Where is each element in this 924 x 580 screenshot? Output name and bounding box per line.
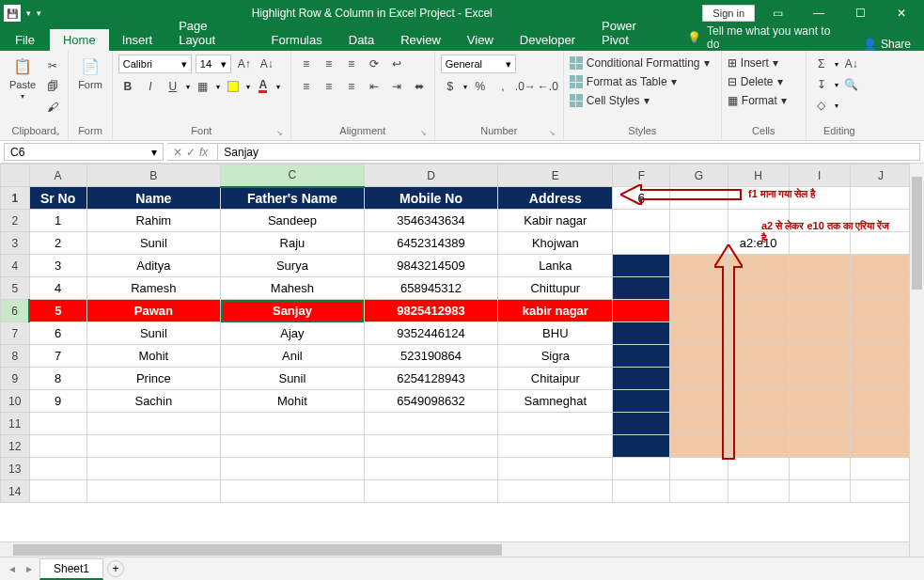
decrease-decimal-button[interactable]: ←.0 [539, 77, 557, 96]
comma-button[interactable]: , [493, 77, 512, 96]
tab-page-layout[interactable]: Page Layout [165, 15, 258, 51]
cell[interactable]: Sr No [29, 187, 86, 210]
cell[interactable]: Anil [221, 345, 365, 368]
row-header[interactable]: 1 [1, 187, 30, 210]
font-name-select[interactable]: Calibri▾ [118, 55, 192, 73]
cell[interactable]: 8 [29, 368, 86, 390]
cell[interactable]: Ramesh [86, 277, 221, 300]
cell[interactable]: Mohit [86, 345, 221, 368]
cell[interactable] [789, 390, 850, 413]
fx-icon[interactable]: fx [199, 146, 211, 159]
clear-button[interactable]: ◇ [812, 96, 831, 115]
format-painter-button[interactable]: 🖌 [43, 98, 62, 117]
minimize-button[interactable]: — [800, 1, 838, 25]
cell[interactable]: 6 [29, 322, 86, 345]
signin-button[interactable]: Sign in [702, 5, 755, 22]
cell[interactable] [789, 368, 850, 390]
row-header[interactable]: 7 [1, 322, 30, 345]
paste-button[interactable]: 📋 Paste ▾ [6, 53, 39, 102]
wrap-text-button[interactable]: ↩ [387, 55, 406, 73]
autosum-button[interactable]: Σ [812, 55, 831, 73]
decrease-font-button[interactable]: A↓ [258, 55, 276, 73]
cell[interactable]: Mohit [221, 390, 365, 413]
cell[interactable] [613, 300, 670, 322]
cell[interactable] [789, 255, 850, 277]
qat-caret-icon[interactable]: ▾ [26, 8, 31, 18]
cell[interactable]: Khojwan [498, 232, 613, 255]
fill-button[interactable]: ↧ [812, 75, 831, 94]
cell[interactable]: 9 [29, 390, 86, 413]
cell[interactable]: Sandeep [221, 210, 365, 232]
row-header[interactable]: 4 [1, 255, 30, 277]
cell[interactable]: BHU [498, 322, 613, 345]
cell[interactable]: Raju [221, 232, 365, 255]
save-icon[interactable]: 💾 [4, 5, 21, 22]
cell[interactable]: Ajay [221, 322, 365, 345]
cell[interactable]: 6254128943 [364, 368, 498, 390]
cell[interactable]: Surya [221, 255, 365, 277]
cell[interactable]: 6549098632 [364, 390, 498, 413]
tab-power-pivot[interactable]: Power Pivot [588, 15, 678, 51]
italic-button[interactable]: I [141, 77, 160, 96]
tab-file[interactable]: File [0, 29, 50, 51]
format-as-table-button[interactable]: Format as Table ▾ [570, 73, 710, 90]
cell[interactable] [613, 277, 670, 300]
add-sheet-button[interactable]: + [107, 560, 124, 577]
maximize-button[interactable]: ☐ [841, 1, 879, 25]
align-middle-button[interactable]: ≡ [320, 55, 338, 73]
format-cells-button[interactable]: ▦ Format ▾ [728, 92, 787, 109]
cell[interactable] [613, 368, 670, 390]
cell[interactable]: 4 [29, 277, 86, 300]
cell[interactable]: Father's Name [221, 187, 365, 210]
cut-button[interactable]: ✂ [43, 56, 62, 75]
fill-color-button[interactable] [224, 77, 243, 96]
tab-developer[interactable]: Developer [507, 29, 588, 51]
tell-me-input[interactable]: Tell me what you want to do [707, 24, 840, 51]
tab-home[interactable]: Home [50, 29, 109, 51]
col-header[interactable]: E [498, 165, 613, 187]
cell[interactable]: Rahim [86, 210, 221, 232]
tab-insert[interactable]: Insert [109, 29, 166, 51]
horizontal-scrollbar[interactable] [0, 541, 909, 556]
cell[interactable]: Aditya [86, 255, 221, 277]
close-button[interactable]: ✕ [883, 1, 920, 25]
cell[interactable]: Sunil [221, 368, 365, 390]
row-header[interactable]: 14 [1, 480, 30, 503]
percent-button[interactable]: % [471, 77, 490, 96]
decrease-indent-button[interactable]: ⇤ [365, 77, 384, 96]
sheet-tab[interactable]: Sheet1 [39, 558, 103, 580]
align-center-button[interactable]: ≡ [320, 77, 338, 96]
col-header[interactable]: J [850, 165, 911, 187]
cell[interactable] [789, 277, 850, 300]
col-header[interactable]: C [221, 165, 365, 187]
worksheet-grid[interactable]: A B C D E F G H I J 1 Sr No Name Father'… [0, 164, 912, 503]
align-left-button[interactable]: ≡ [297, 77, 316, 96]
cell[interactable] [613, 345, 670, 368]
row-header[interactable]: 8 [1, 345, 30, 368]
tab-review[interactable]: Review [387, 29, 454, 51]
cancel-formula-icon[interactable]: ✕ [173, 146, 182, 159]
increase-decimal-button[interactable]: .0→ [516, 77, 535, 96]
row-header[interactable]: 12 [1, 435, 30, 458]
find-select-button[interactable]: 🔍 [842, 75, 861, 94]
cell[interactable] [613, 232, 670, 255]
row-header[interactable]: 5 [1, 277, 30, 300]
cell[interactable]: Samneghat [498, 390, 613, 413]
cell[interactable] [613, 322, 670, 345]
name-box[interactable]: C6▾ [4, 143, 164, 161]
cell[interactable]: Sachin [86, 390, 221, 413]
row-header[interactable]: 13 [1, 458, 30, 480]
sheet-nav-next[interactable]: ▸ [23, 562, 36, 575]
cell[interactable] [850, 255, 911, 277]
cell[interactable]: 9825412983 [364, 300, 498, 322]
increase-indent-button[interactable]: ⇥ [387, 77, 406, 96]
cell[interactable]: Sanjay [221, 300, 365, 322]
bold-button[interactable]: B [118, 77, 137, 96]
cell[interactable]: 9352446124 [364, 322, 498, 345]
col-header[interactable]: F [613, 165, 670, 187]
cell[interactable]: Kabir nagar [498, 210, 613, 232]
delete-cells-button[interactable]: ⊟ Delete ▾ [728, 73, 787, 90]
row-header[interactable]: 11 [1, 413, 30, 435]
orientation-button[interactable]: ⟳ [365, 55, 384, 73]
cell[interactable]: Prince [86, 368, 221, 390]
